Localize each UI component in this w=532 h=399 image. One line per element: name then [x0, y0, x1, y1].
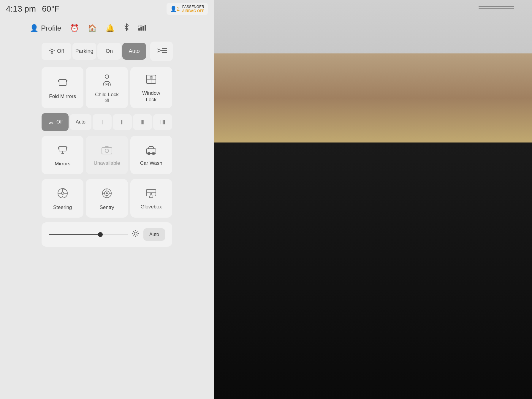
svg-rect-0 [138, 28, 140, 31]
wiper-off-label: Off [56, 119, 63, 125]
temperature-display: 60°F [42, 4, 59, 14]
fold-mirrors-icon [57, 77, 69, 90]
lights-auto-label: Auto [129, 48, 140, 54]
wiper-speed-3[interactable]: ||| [133, 114, 152, 130]
nav-bar: 👤 Profile ⏰ 🏠 🔔 LTE [0, 18, 214, 39]
sentry-card[interactable]: Sentry [86, 179, 128, 218]
airbag-off-label: AIRBAG OFF [182, 9, 204, 13]
wiper-speed-1[interactable]: | [93, 114, 112, 130]
svg-rect-18 [102, 148, 112, 154]
svg-point-35 [134, 232, 137, 235]
sentry-label: Sentry [99, 204, 114, 211]
lights-off-label: Off [57, 48, 64, 54]
window-lock-icon [145, 74, 157, 87]
lights-parking-label: Parking [75, 48, 93, 54]
steering-card[interactable]: Steering [42, 179, 83, 218]
nav-home-icon[interactable]: 🏠 [88, 24, 97, 32]
passenger-icon: 👤2 [170, 6, 180, 12]
brightness-row: Auto [42, 222, 172, 247]
camera-icon [101, 145, 113, 157]
lights-control-row: Off Parking On Auto [42, 42, 172, 61]
brightness-icon [132, 229, 140, 240]
lights-parking-button[interactable]: Parking [72, 43, 96, 60]
wiper-speed-2[interactable]: || [113, 114, 132, 130]
svg-point-19 [105, 149, 109, 153]
controls-area: Off Parking On Auto [0, 39, 214, 250]
mirrors-card[interactable]: Mirrors [42, 136, 83, 174]
car-wash-card[interactable]: Car Wash [130, 136, 172, 174]
steering-icon [57, 188, 68, 201]
brightness-auto-label: Auto [149, 232, 159, 237]
nav-clock-icon[interactable]: ⏰ [70, 24, 79, 32]
glovebox-label: Glovebox [140, 204, 162, 210]
wiper-speed-4[interactable]: |||| [153, 114, 172, 130]
lights-on-button[interactable]: On [97, 43, 121, 60]
bottom-controls-row2: Steering Sentry [42, 179, 172, 218]
window-lock-label: WindowLock [142, 90, 160, 102]
svg-rect-2 [142, 26, 144, 31]
fold-mirrors-card[interactable]: Fold Mirrors [42, 67, 83, 108]
airbag-label: PASSENGER [182, 5, 204, 9]
brightness-fill [49, 234, 100, 235]
unavailable-label: Unavailable [94, 160, 120, 167]
wiper-auto-label: Auto [76, 119, 86, 125]
window-lock-card[interactable]: WindowLock [130, 67, 172, 108]
nav-signal-icon[interactable]: LTE [138, 24, 147, 32]
nav-bell-icon[interactable]: 🔔 [106, 24, 115, 32]
profile-icon: 👤 [30, 24, 39, 32]
fold-mirrors-label: Fold Mirrors [49, 93, 76, 100]
child-lock-icon [102, 74, 112, 88]
clock-display: 4:13 pm [6, 4, 36, 14]
svg-rect-17 [59, 146, 66, 151]
mirrors-label: Mirrors [55, 161, 70, 167]
brightness-slider[interactable] [49, 234, 128, 235]
status-bar: 4:13 pm 60°F 👤2 PASSENGER AIRBAG OFF [0, 0, 214, 18]
svg-point-27 [106, 192, 108, 194]
car-wash-icon [145, 145, 158, 157]
unavailable-card: Unavailable [86, 136, 128, 174]
car-wash-label: Car Wash [140, 160, 162, 167]
glovebox-card[interactable]: Glovebox [130, 179, 172, 218]
svg-rect-3 [145, 25, 146, 31]
glovebox-icon [145, 188, 157, 201]
lights-off-button[interactable]: Off [42, 43, 71, 60]
wiper-off-button[interactable]: Off [42, 113, 69, 131]
svg-text:LTE: LTE [138, 25, 142, 28]
child-lock-card[interactable]: Child Lock off [86, 67, 128, 108]
lights-on-label: On [106, 48, 113, 54]
svg-point-24 [61, 192, 64, 194]
svg-point-34 [151, 193, 152, 195]
status-left: 4:13 pm 60°F [6, 4, 60, 14]
quick-controls-grid: Fold Mirrors Child Lock off [42, 67, 172, 108]
sentry-icon [101, 188, 113, 201]
profile-label: Profile [41, 24, 61, 32]
child-lock-status: off [95, 98, 118, 103]
tesla-ui-panel: 4:13 pm 60°F 👤2 PASSENGER AIRBAG OFF 👤 P… [0, 0, 214, 399]
lights-auto-button[interactable]: Auto [122, 43, 146, 60]
high-beam-button[interactable] [150, 42, 173, 61]
svg-rect-9 [59, 80, 66, 86]
wiper-speeds: | || ||| |||| [93, 114, 172, 130]
nav-profile[interactable]: 👤 Profile [30, 24, 61, 32]
brightness-auto-button[interactable]: Auto [143, 228, 165, 241]
car-interior-background [214, 0, 532, 399]
wiper-auto-button[interactable]: Auto [70, 114, 91, 130]
airbag-status: 👤2 PASSENGER AIRBAG OFF [167, 3, 208, 15]
child-lock-label: Child Lock [95, 92, 118, 97]
svg-point-10 [105, 75, 109, 78]
steering-label: Steering [53, 204, 72, 211]
svg-point-5 [51, 49, 53, 52]
mirrors-icon [57, 145, 68, 158]
svg-point-12 [106, 84, 107, 85]
brightness-thumb [98, 232, 103, 237]
nav-bluetooth-icon[interactable] [124, 23, 129, 33]
bottom-controls-row1: Mirrors Unavailable [42, 136, 172, 174]
wiper-control-row: Off Auto | || ||| |||| [42, 113, 172, 131]
